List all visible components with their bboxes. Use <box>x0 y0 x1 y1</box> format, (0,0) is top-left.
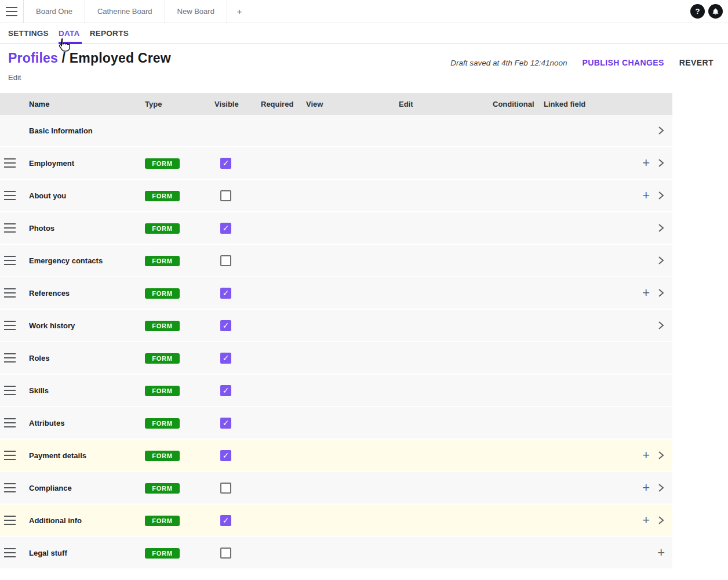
visible-checkbox[interactable] <box>220 385 231 396</box>
drag-handle-icon[interactable] <box>4 223 16 233</box>
drag-handle-icon[interactable] <box>4 353 16 362</box>
draft-status: Draft saved at 4th Feb 12:41noon <box>450 59 567 67</box>
row-name: Additional info <box>20 516 145 525</box>
add-field-button[interactable]: + <box>642 450 650 461</box>
topbar-icons: ? <box>690 0 728 23</box>
form-type-badge: FORM <box>145 548 180 559</box>
visible-checkbox[interactable] <box>220 450 231 461</box>
table-row: Employment FORM + <box>0 147 672 180</box>
chevron-right-icon[interactable] <box>657 483 665 492</box>
row-name: Legal stuff <box>20 549 145 557</box>
drag-handle-icon[interactable] <box>4 256 16 265</box>
row-name: Photos <box>20 224 145 233</box>
drag-handle-icon[interactable] <box>4 548 16 557</box>
fields-table: Name Type Visible Required View Edit Con… <box>0 93 672 570</box>
table-row: About you FORM + <box>0 180 672 212</box>
breadcrumb-profiles-link[interactable]: Profiles <box>8 50 58 66</box>
visible-checkbox[interactable] <box>220 483 231 494</box>
board-tab-one[interactable]: Board One <box>23 0 85 23</box>
visible-checkbox[interactable] <box>220 223 231 234</box>
col-visible: Visible <box>214 100 261 108</box>
chevron-right-icon[interactable] <box>657 321 665 330</box>
revert-button[interactable]: REVERT <box>679 58 714 67</box>
table-row: Emergency contacts FORM <box>0 245 672 277</box>
row-name: Employment <box>20 159 145 168</box>
notifications-button[interactable] <box>708 4 723 19</box>
bell-icon <box>712 8 719 16</box>
top-bar: Board One Catherine Board New Board + ? <box>0 0 728 23</box>
table-row: References FORM + <box>0 277 672 310</box>
table-row: Payment details FORM + <box>0 440 672 472</box>
chevron-right-icon[interactable] <box>657 256 665 265</box>
drag-handle-icon[interactable] <box>4 451 16 460</box>
chevron-right-icon[interactable] <box>657 191 665 200</box>
table-row: Compliance FORM + <box>0 472 672 505</box>
row-name: Skills <box>20 386 145 395</box>
form-type-badge: FORM <box>145 386 180 396</box>
visible-checkbox[interactable] <box>220 190 231 201</box>
table-row: Roles FORM <box>0 342 672 375</box>
form-type-badge: FORM <box>145 256 180 266</box>
visible-checkbox[interactable] <box>220 288 231 299</box>
visible-checkbox[interactable] <box>220 320 231 331</box>
publish-changes-button[interactable]: PUBLISH CHANGES <box>582 58 664 67</box>
row-name: Emergency contacts <box>20 256 145 265</box>
table-row: Attributes FORM <box>0 407 672 440</box>
chevron-right-icon[interactable] <box>657 288 665 298</box>
add-field-button[interactable]: + <box>642 190 650 201</box>
col-linked-field: Linked field <box>544 100 626 108</box>
form-type-badge: FORM <box>145 288 180 299</box>
add-field-button[interactable]: + <box>657 548 665 558</box>
col-edit: Edit <box>399 100 493 108</box>
row-name: About you <box>20 191 145 200</box>
col-required: Required <box>261 100 306 108</box>
help-button[interactable]: ? <box>690 4 705 19</box>
menu-button[interactable] <box>0 0 23 23</box>
add-field-button[interactable]: + <box>642 158 650 168</box>
drag-handle-icon[interactable] <box>4 386 16 395</box>
table-row: Skills FORM <box>0 375 672 407</box>
add-field-button[interactable]: + <box>642 515 650 525</box>
drag-handle-icon[interactable] <box>4 321 16 330</box>
drag-handle-icon[interactable] <box>4 418 16 427</box>
visible-checkbox[interactable] <box>220 515 231 526</box>
visible-checkbox[interactable] <box>220 548 231 559</box>
drag-handle-icon[interactable] <box>4 288 16 298</box>
add-board-button[interactable]: + <box>227 0 252 23</box>
board-tab-new[interactable]: New Board <box>165 0 227 23</box>
col-view: View <box>306 100 399 108</box>
table-row: Legal stuff FORM + <box>0 537 672 570</box>
chevron-right-icon[interactable] <box>657 516 665 525</box>
drag-handle-icon[interactable] <box>4 158 16 168</box>
board-tab-catherine[interactable]: Catherine Board <box>85 0 165 23</box>
form-type-badge: FORM <box>145 321 180 331</box>
form-type-badge: FORM <box>145 223 180 234</box>
visible-checkbox[interactable] <box>220 418 231 429</box>
chevron-right-icon[interactable] <box>657 158 665 168</box>
tab-reports[interactable]: REPORTS <box>90 23 129 43</box>
visible-checkbox[interactable] <box>220 158 231 169</box>
row-name: Compliance <box>20 484 145 492</box>
chevron-right-icon[interactable] <box>657 451 665 460</box>
visible-checkbox[interactable] <box>220 353 231 364</box>
tab-data[interactable]: DATA <box>59 23 80 43</box>
chevron-right-icon[interactable] <box>657 126 665 135</box>
table-row: Work history FORM <box>0 310 672 342</box>
add-field-button[interactable]: + <box>642 483 650 493</box>
add-field-button[interactable]: + <box>642 288 650 298</box>
drag-handle-icon[interactable] <box>4 191 16 200</box>
page-head: Profiles / Employed Crew Draft saved at … <box>0 44 728 67</box>
form-type-badge: FORM <box>145 191 180 201</box>
row-name: Basic Information <box>20 126 145 135</box>
drag-handle-icon[interactable] <box>4 516 16 525</box>
form-type-badge: FORM <box>145 353 180 364</box>
drag-handle-icon[interactable] <box>4 483 16 492</box>
chevron-right-icon[interactable] <box>657 223 665 233</box>
table-body: Basic Information Employment FORM <box>0 115 672 570</box>
form-type-badge: FORM <box>145 158 180 169</box>
tab-settings[interactable]: SETTINGS <box>8 23 49 43</box>
form-type-badge: FORM <box>145 418 180 429</box>
table-row: Photos FORM <box>0 212 672 245</box>
visible-checkbox[interactable] <box>220 255 231 266</box>
edit-link[interactable]: Edit <box>8 73 21 82</box>
